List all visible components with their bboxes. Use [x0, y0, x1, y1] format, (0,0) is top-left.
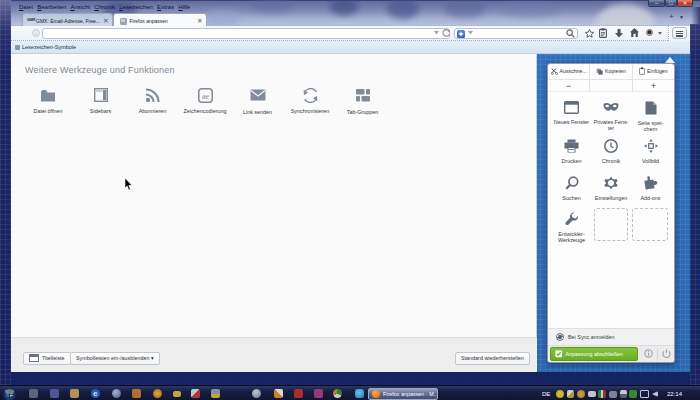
svg-text:ae: ae [201, 91, 209, 100]
